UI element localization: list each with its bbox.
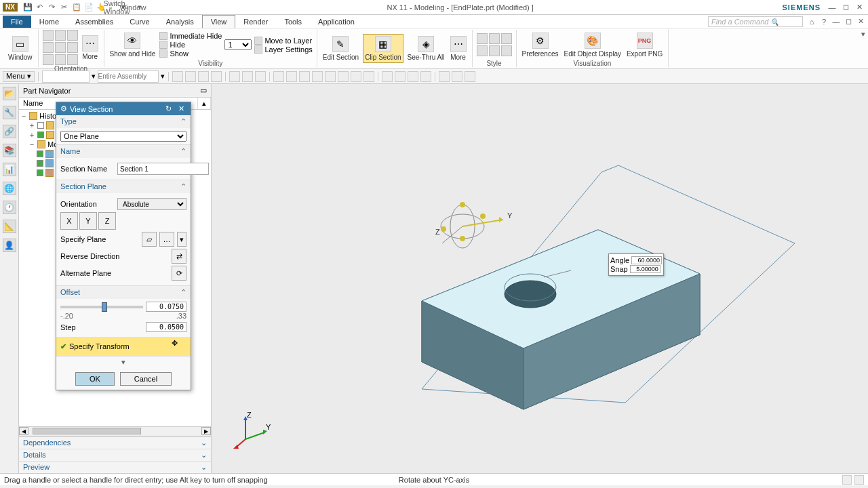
scroll-right-icon[interactable]: ▶ (201, 427, 211, 435)
move-to-layer-button[interactable]: Move to Layer (254, 37, 312, 45)
plane-dropdown-button[interactable]: ▾ (177, 232, 186, 247)
tb-btn-4[interactable] (211, 71, 222, 82)
tb-btn-1[interactable] (172, 71, 183, 82)
tb-btn-22[interactable] (465, 71, 475, 82)
tb-btn-19[interactable] (420, 71, 431, 82)
tb-btn-21[interactable] (452, 71, 462, 82)
dialog-close-icon[interactable]: ✕ (176, 104, 186, 113)
specify-transform-row[interactable]: ✔ Specify Transform ✥ (56, 337, 191, 356)
copy-icon[interactable]: 📋 (72, 3, 81, 12)
redo-icon[interactable]: ↷ (47, 3, 57, 12)
offset-slider[interactable] (60, 306, 143, 308)
layer-settings-button[interactable]: Layer Settings (254, 45, 312, 54)
navigator-icon[interactable]: 📂 (3, 87, 16, 100)
tab-tools[interactable]: Tools (276, 16, 310, 28)
step-input[interactable] (146, 322, 186, 332)
more-section-button[interactable]: ⋯More (449, 35, 468, 62)
menu-dropdown[interactable]: Menu ▾ (3, 71, 35, 82)
plane-dialog-button[interactable]: … (159, 232, 174, 247)
tab-application[interactable]: Application (310, 16, 363, 28)
maximize-button[interactable]: ◻ (840, 2, 852, 13)
selection-filter[interactable] (42, 70, 90, 83)
slider-thumb[interactable] (102, 302, 107, 312)
history-icon[interactable]: 🕐 (3, 201, 16, 214)
hide-button[interactable]: Hide (159, 41, 222, 49)
style-grid[interactable] (477, 33, 512, 56)
type-select[interactable]: One Plane (60, 131, 186, 142)
navigator-hscroll[interactable]: ◀ ▶ (19, 426, 211, 436)
tb-btn-5[interactable] (229, 71, 240, 82)
angle-input[interactable] (631, 256, 662, 264)
edit-object-display-button[interactable]: 🎨Edit Object Display (562, 31, 622, 59)
tb-btn-9[interactable] (286, 71, 297, 82)
orient-y-button[interactable]: Y (79, 212, 97, 230)
roles-icon[interactable]: 👤 (3, 239, 16, 252)
undo-icon[interactable]: ↶ (35, 3, 45, 12)
minimize-button[interactable]: — (826, 2, 838, 13)
status-icon-2[interactable] (854, 475, 864, 485)
window-button[interactable]: ▭Window (7, 35, 34, 62)
file-menu[interactable]: File (3, 16, 31, 28)
type-header[interactable]: Type⌃ (56, 115, 191, 128)
transform-manipulator-button[interactable]: ✥ (172, 339, 186, 354)
graphics-viewport[interactable]: Z Y Angle Snap Y Z (212, 84, 868, 473)
export-png-button[interactable]: PNGExport PNG (625, 31, 664, 59)
constraint-navigator-icon[interactable]: 🔗 (3, 125, 16, 138)
tb-btn-11[interactable] (312, 71, 323, 82)
tab-assemblies[interactable]: Assemblies (67, 16, 121, 28)
dialog-reset-icon[interactable]: ↻ (163, 104, 174, 113)
tb-btn-2[interactable] (185, 71, 196, 82)
doc-restore-icon[interactable]: ◻ (844, 17, 853, 26)
scroll-left-icon[interactable]: ◀ (19, 427, 28, 435)
details-panel[interactable]: Details⌄ (19, 449, 211, 461)
dependencies-panel[interactable]: Dependencies⌄ (19, 436, 211, 449)
plane-constructor-button[interactable]: ▱ (142, 232, 157, 247)
tb-btn-13[interactable] (338, 71, 349, 82)
tb-btn-8[interactable] (273, 71, 284, 82)
clip-section-button[interactable]: ▦Clip Section (363, 34, 403, 63)
tb-btn-14[interactable] (351, 71, 361, 82)
save-icon[interactable]: 💾 (23, 3, 33, 12)
orientation-select[interactable]: Absolute (117, 198, 186, 210)
scroll-thumb[interactable] (33, 428, 141, 434)
tb-btn-12[interactable] (325, 71, 336, 82)
more-orientation-button[interactable]: ⋯More (81, 34, 100, 62)
dialog-expand-toggle[interactable]: ▾ (56, 357, 191, 368)
see-thru-button[interactable]: ◈See-Thru All (406, 35, 446, 62)
snap-input[interactable] (630, 265, 660, 273)
tb-btn-15[interactable] (363, 71, 374, 82)
cut-icon[interactable]: ✂ (60, 3, 69, 12)
doc-close-icon[interactable]: ✕ (856, 17, 865, 26)
name-header[interactable]: Name⌃ (56, 145, 191, 158)
hd3d-icon[interactable]: 📊 (3, 163, 16, 176)
tb-btn-7[interactable] (255, 71, 266, 82)
ribbon-collapse-icon[interactable]: ▾ (861, 30, 865, 39)
orientation-grid[interactable] (43, 30, 78, 65)
offset-value-input[interactable] (146, 302, 186, 312)
tb-btn-10[interactable] (299, 71, 310, 82)
tb-btn-3[interactable] (198, 71, 209, 82)
window-dropdown[interactable]: ▫ Window ▾ (129, 3, 138, 12)
offset-header[interactable]: Offset⌃ (56, 286, 191, 299)
assembly-filter[interactable] (98, 70, 159, 83)
tb-btn-18[interactable] (408, 71, 418, 82)
tab-view[interactable]: View (202, 15, 236, 28)
filter-chevron-icon[interactable]: ▾ (92, 72, 96, 81)
assembly-navigator-icon[interactable]: 🔧 (3, 106, 16, 119)
reverse-direction-button[interactable]: ⇄ (172, 249, 186, 264)
edit-section-button[interactable]: ✎Edit Section (321, 35, 360, 62)
tab-analysis[interactable]: Analysis (158, 16, 202, 28)
show-hide-button[interactable]: 👁Show and Hide (108, 31, 157, 59)
view-triad[interactable]: Y Z (232, 412, 273, 453)
cancel-button[interactable]: Cancel (120, 372, 172, 386)
tb-btn-17[interactable] (395, 71, 406, 82)
orient-z-button[interactable]: Z (98, 212, 116, 230)
show-button[interactable]: Show (159, 49, 222, 58)
tab-curve[interactable]: Curve (121, 16, 157, 28)
preferences-button[interactable]: ⚙Preferences (521, 31, 560, 59)
section-manipulator[interactable]: Z Y (435, 202, 513, 248)
panel-pin-icon[interactable]: ▭ (200, 86, 207, 95)
reuse-library-icon[interactable]: 📚 (3, 144, 16, 157)
close-button[interactable]: ✕ (853, 2, 865, 13)
immediate-hide-button[interactable]: Immediate Hide (159, 32, 222, 40)
